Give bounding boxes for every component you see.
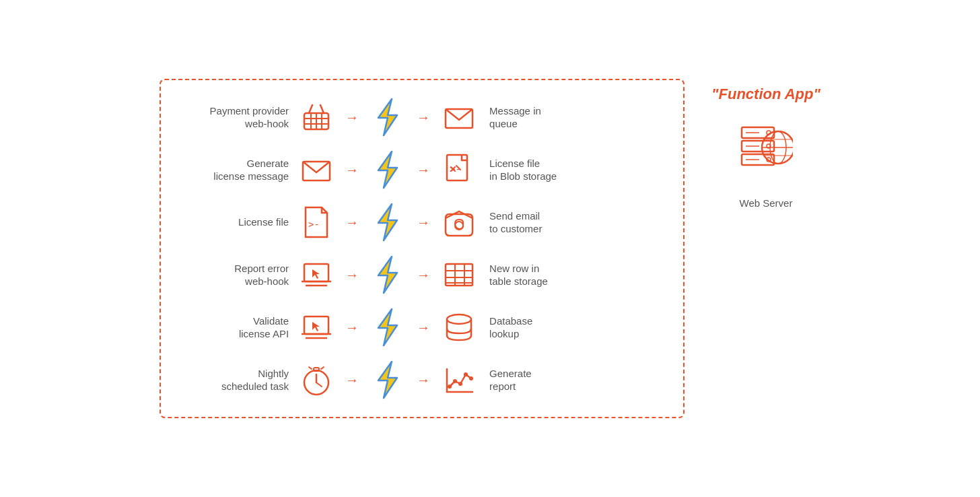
input-label-license-file: License file [181, 216, 289, 229]
svg-point-49 [464, 372, 468, 376]
svg-marker-18 [378, 204, 397, 240]
arrow-3a: → [345, 215, 359, 230]
svg-point-36 [447, 314, 471, 324]
table-icon [440, 255, 479, 294]
envelope-icon-1 [440, 98, 479, 137]
arrow-3b: → [417, 215, 430, 230]
email-at-icon [440, 203, 479, 242]
file-code-icon-1: >- [440, 150, 479, 189]
row-license-file: License file >- → → [181, 199, 663, 246]
input-label-webhook: Payment providerweb-hook [181, 104, 289, 131]
output-label-license-file: Send emailto customer [489, 209, 597, 236]
function-app-box: Payment providerweb-hook → [160, 79, 685, 418]
bolt-icon-2 [368, 150, 407, 189]
row-nightly: Nightlyscheduled task → [181, 356, 663, 403]
input-label-validate: Validatelicense API [181, 314, 289, 341]
svg-point-50 [469, 376, 473, 380]
output-label-license-message: License filein Blob storage [489, 157, 597, 183]
timer-icon [297, 360, 336, 399]
output-label-report-error: New row intable storage [489, 262, 597, 288]
output-label-webhook: Message inqueue [489, 104, 597, 131]
basket-icon [297, 98, 336, 137]
bolt-icon-3 [368, 203, 407, 242]
arrow-2a: → [345, 162, 359, 178]
function-app-label: "Function App" [711, 86, 820, 103]
svg-line-0 [309, 105, 312, 113]
svg-marker-24 [378, 257, 397, 293]
svg-marker-35 [378, 309, 397, 345]
svg-point-47 [453, 379, 457, 383]
row-license-message: Generatelicense message → → [181, 146, 663, 193]
svg-text:>-: >- [450, 164, 461, 174]
row-webhook: Payment providerweb-hook → [181, 94, 663, 141]
envelope-icon-2 [297, 150, 336, 189]
arrow-1b: → [417, 110, 430, 125]
input-label-nightly: Nightlyscheduled task [181, 367, 289, 393]
arrow-4b: → [417, 267, 430, 283]
svg-point-46 [448, 385, 452, 389]
input-label-report-error: Report errorweb-hook [181, 262, 289, 288]
arrow-6b: → [417, 372, 430, 388]
svg-line-42 [316, 383, 322, 387]
arrow-2b: → [417, 162, 430, 178]
main-container: Payment providerweb-hook → [146, 65, 834, 432]
bolt-icon-4 [368, 255, 407, 294]
svg-line-40 [321, 367, 324, 369]
database-icon [440, 308, 479, 347]
svg-marker-8 [378, 99, 397, 135]
bolt-icon-6 [368, 360, 407, 399]
laptop-icon-2 [297, 308, 336, 347]
output-label-validate: Databaselookup [489, 314, 597, 341]
svg-marker-34 [312, 322, 320, 331]
file-code-icon-2: >- [297, 203, 336, 242]
svg-line-39 [309, 367, 312, 369]
svg-text:>-: >- [308, 219, 320, 230]
arrow-6a: → [345, 372, 359, 388]
row-report-error: Report errorweb-hook → → [181, 251, 663, 298]
bolt-icon-5 [368, 308, 407, 347]
right-section: "Function App" [711, 79, 820, 209]
svg-rect-38 [314, 368, 319, 371]
svg-line-1 [320, 105, 324, 113]
input-label-license-message: Generatelicense message [181, 157, 289, 183]
laptop-icon-1 [297, 255, 336, 294]
arrow-5a: → [345, 320, 359, 335]
svg-marker-23 [312, 269, 320, 279]
row-validate: Validatelicense API → → [181, 304, 663, 351]
web-server-icon [739, 121, 793, 181]
arrow-1a: → [345, 110, 359, 125]
arrow-4a: → [345, 267, 359, 283]
server-svg [739, 121, 793, 181]
chart-icon [440, 360, 479, 399]
arrow-5b: → [417, 320, 430, 335]
bolt-icon-1 [368, 98, 407, 137]
output-label-nightly: Generatereport [489, 367, 597, 393]
web-server-label: Web Server [740, 197, 793, 209]
svg-marker-43 [378, 362, 397, 398]
svg-marker-11 [378, 152, 397, 188]
svg-point-48 [458, 382, 462, 386]
